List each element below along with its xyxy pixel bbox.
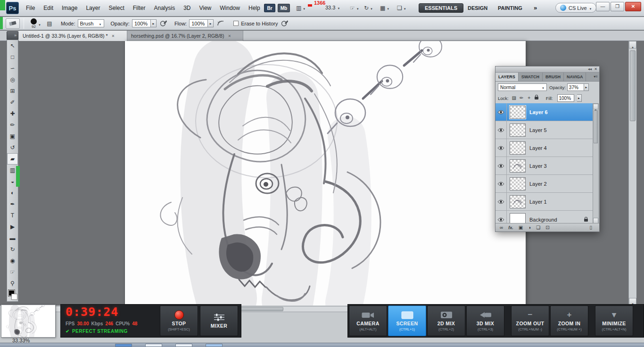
lock-all-icon[interactable] [534, 95, 539, 101]
launch-bridge-button[interactable]: Br [264, 4, 275, 12]
lock-position-icon[interactable]: + [527, 95, 532, 101]
panel-tab-layers[interactable]: LAYERS [495, 73, 519, 81]
zoom-tool[interactable]: ⚲ [7, 278, 18, 289]
windows-taskbar[interactable] [0, 343, 644, 347]
toolbar-collapse-button[interactable]: » [7, 31, 18, 40]
stream-button-zoom-in[interactable]: +ZOOM IN(CTRL+NUM +) [550, 306, 588, 336]
scrollbar-thumb[interactable] [630, 50, 636, 121]
mode-select[interactable]: Brush [78, 19, 104, 27]
stream-button-3d-mix[interactable]: 3D MIX(CTRL+3) [466, 306, 504, 336]
stop-stream-button[interactable]: STOP (SHIFT+ESC) [160, 306, 198, 336]
menu-layer[interactable]: Layer [82, 0, 104, 16]
tab-horsething-psd[interactable]: horsething.psd @ 16.7% (Layer 2, RGB/8) … [127, 31, 243, 41]
blend-mode-select[interactable]: Normal [498, 83, 547, 91]
layer-thumbnail[interactable] [510, 195, 526, 208]
close-panel-icon[interactable]: ✕ [594, 66, 597, 72]
background-color-swatch[interactable] [11, 294, 17, 300]
pen-tool[interactable]: ✒ [7, 198, 18, 210]
chevron-down-icon[interactable] [38, 19, 41, 28]
menu-view[interactable]: View [195, 0, 215, 16]
zoom-level-field[interactable]: 33.3 [325, 5, 340, 10]
menu-analysis[interactable]: Analysis [149, 0, 179, 16]
visibility-toggle[interactable] [495, 175, 507, 193]
layer-row-layer-5[interactable]: Layer 5 [495, 121, 593, 139]
tool-preset-picker[interactable] [6, 18, 20, 29]
clone-stamp-tool[interactable]: ▣ [7, 131, 18, 142]
stream-button-minimize[interactable]: ▾MINIMIZE(CTRL+ALT+N) [595, 306, 633, 336]
menu-file[interactable]: File [22, 0, 39, 16]
layer-row-background[interactable]: Background [495, 211, 593, 224]
scroll-up-icon[interactable] [629, 41, 636, 49]
type-tool[interactable]: T [7, 210, 18, 221]
tab-untitled-1[interactable]: Untitled-1 @ 33.3% (Layer 6, RGB/8) * ✕ [19, 31, 127, 41]
layers-panel-header[interactable]: ◂◂ ✕ [495, 66, 599, 73]
opacity-slider-button[interactable] [151, 19, 157, 27]
lock-transparency-icon[interactable]: ▨ [512, 95, 517, 101]
visibility-toggle[interactable] [495, 103, 507, 121]
hand-tool[interactable]: ☞ [7, 266, 18, 278]
arrange-documents-button[interactable]: ▦ [380, 4, 389, 12]
workspace-essentials-button[interactable]: ESSENTIALS [419, 3, 463, 13]
workspace-painting-button[interactable]: PAINTING [498, 3, 522, 13]
eyedropper-tool[interactable]: ✐ [7, 97, 18, 108]
scroll-up-icon[interactable] [593, 104, 598, 109]
visibility-toggle[interactable] [495, 121, 507, 139]
layer-thumbnail[interactable] [510, 124, 526, 137]
restore-window-button[interactable]: ❐ [611, 2, 624, 11]
visibility-toggle[interactable] [495, 193, 507, 211]
menu-3d[interactable]: 3D [179, 0, 195, 16]
launch-bridge-button[interactable]: ▥ [296, 4, 305, 12]
lasso-tool[interactable]: ∽ [7, 63, 18, 74]
stream-button-camera[interactable]: CAMERA(ALT+ALT) [349, 306, 387, 336]
workspace-overflow-button[interactable]: » [534, 3, 537, 13]
pen-pressure-icon[interactable] [159, 19, 168, 28]
cs-live-button[interactable]: CS Live [555, 3, 596, 13]
layer-thumbnail[interactable] [510, 106, 526, 119]
scrollbar-thumb[interactable] [594, 110, 598, 143]
panel-menu-icon[interactable]: ▾≡ [594, 73, 598, 81]
layer-row-layer-4[interactable]: Layer 4 [495, 139, 593, 157]
taskbar-item[interactable] [206, 344, 223, 347]
stream-button-screen[interactable]: SCREEN(CTRL+1) [388, 306, 426, 336]
brush-tool[interactable]: ✏ [7, 119, 18, 131]
color-swatches[interactable] [7, 289, 18, 302]
path-selection-tool[interactable]: ▶ [7, 221, 18, 232]
layer-row-layer-2[interactable]: Layer 2 [495, 175, 593, 193]
erase-to-history-checkbox[interactable] [233, 21, 239, 26]
opacity-slider-button[interactable] [584, 83, 589, 91]
new-layer-icon[interactable]: ⊡ [545, 224, 549, 231]
visibility-toggle[interactable] [495, 139, 507, 157]
delete-layer-icon[interactable]: ▯ [589, 224, 592, 231]
tab-close-icon[interactable]: ✕ [111, 31, 115, 41]
brush-preset-picker[interactable]: 92 [31, 18, 37, 29]
menu-select[interactable]: Select [104, 0, 128, 16]
eraser-tool[interactable]: ▰ [7, 153, 18, 165]
pen-pressure-icon[interactable] [281, 19, 289, 28]
crop-tool[interactable]: ⊞ [7, 85, 18, 97]
menu-filter[interactable]: Filter [129, 0, 150, 16]
tab-close-icon[interactable]: ✕ [228, 31, 231, 41]
menu-image[interactable]: Image [58, 0, 82, 16]
toggle-brush-panel-button[interactable]: ▤ [45, 19, 54, 28]
rotate-view-button[interactable]: ↻ [364, 4, 373, 12]
visibility-toggle[interactable] [495, 211, 507, 224]
menu-window[interactable]: Window [215, 0, 244, 16]
lock-paint-icon[interactable]: ✏ [519, 95, 524, 101]
adjustment-layer-icon[interactable]: ◑ [528, 224, 531, 231]
stream-button-2d-mix[interactable]: 2D MIX(CTRL+2) [427, 306, 465, 336]
mixer-button[interactable]: MIXER [200, 306, 238, 336]
screen-mode-button[interactable]: ❏ [397, 4, 406, 12]
dodge-tool[interactable]: ◐ [7, 187, 18, 198]
vertical-scrollbar[interactable] [628, 41, 636, 306]
taskbar-item[interactable] [175, 344, 192, 347]
close-window-button[interactable]: ✕ [625, 2, 641, 11]
3d-camera-tool[interactable]: ◉ [7, 255, 18, 266]
quick-selection-tool[interactable]: ◎ [7, 74, 18, 85]
fill-field[interactable]: 100% [557, 94, 574, 102]
shape-tool[interactable]: ▬ [7, 232, 18, 244]
layer-mask-icon[interactable]: ▣ [519, 224, 523, 231]
healing-brush-tool[interactable]: ✚ [7, 108, 18, 119]
layer-row-layer-1[interactable]: Layer 1 [495, 193, 593, 211]
canvas[interactable] [125, 41, 526, 306]
hand-pan-button[interactable]: ☞ [350, 4, 359, 12]
